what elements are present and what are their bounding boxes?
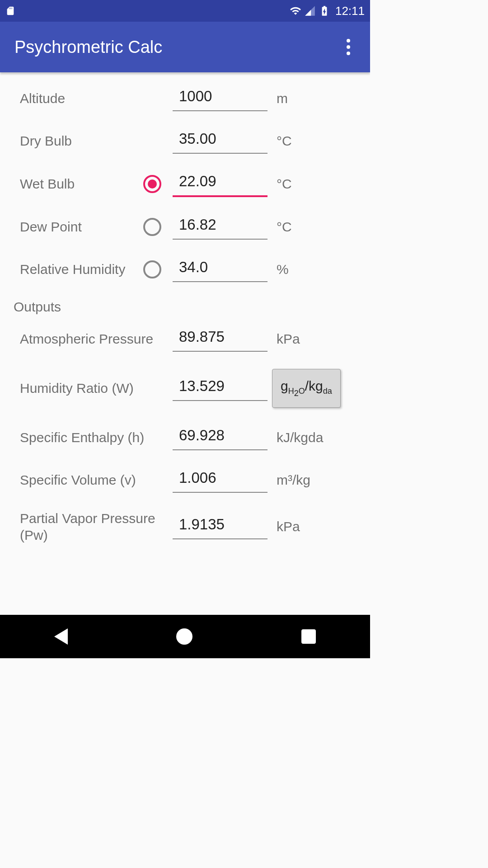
specvol-label: Specific Volume (v) xyxy=(14,472,173,488)
vappress-output: 1.9135 xyxy=(173,514,267,539)
humratio-row: Humidity Ratio (W) 13.529 gH2O/kgda xyxy=(14,369,357,408)
enthalpy-unit: kJ/kgda xyxy=(277,430,323,445)
dewpoint-label: Dew Point xyxy=(14,219,136,235)
drybulb-unit: °C xyxy=(277,133,292,149)
specvol-unit: m³/kg xyxy=(277,472,310,488)
nav-recent-button[interactable] xyxy=(301,629,316,644)
specvol-row: Specific Volume (v) 1.006 m³/kg xyxy=(14,467,357,493)
relhum-unit: % xyxy=(277,262,289,277)
atmpress-label: Atmospheric Pressure xyxy=(14,331,173,347)
status-bar: 12:11 xyxy=(0,0,370,22)
atmpress-output: 89.875 xyxy=(173,326,267,352)
signal-icon xyxy=(304,5,316,17)
wetbulb-row: Wet Bulb 22.09 °C xyxy=(14,171,357,197)
relhum-label: Relative Humidity xyxy=(14,262,136,277)
drybulb-input[interactable]: 35.00 xyxy=(173,128,267,154)
vappress-row: Partial Vapor Pressure (Pw) 1.9135 kPa xyxy=(14,510,357,544)
navigation-bar xyxy=(0,615,370,658)
vappress-label: Partial Vapor Pressure (Pw) xyxy=(14,510,173,544)
specvol-output: 1.006 xyxy=(173,467,267,493)
humratio-output: 13.529 xyxy=(173,376,267,401)
relhum-row: Relative Humidity 34.0 % xyxy=(14,257,357,282)
app-title: Psychrometric Calc xyxy=(14,38,162,57)
dewpoint-input[interactable]: 16.82 xyxy=(173,214,267,240)
altitude-row: Altitude 1000 m xyxy=(14,86,357,111)
humratio-label: Humidity Ratio (W) xyxy=(14,381,173,396)
status-time: 12:11 xyxy=(335,4,365,18)
altitude-unit: m xyxy=(277,91,288,106)
nav-back-button[interactable] xyxy=(54,628,68,645)
altitude-input[interactable]: 1000 xyxy=(173,86,267,111)
enthalpy-row: Specific Enthalpy (h) 69.928 kJ/kgda xyxy=(14,425,357,450)
wifi-icon xyxy=(289,5,302,17)
dewpoint-unit: °C xyxy=(277,219,292,235)
relhum-input[interactable]: 34.0 xyxy=(173,257,267,282)
vappress-unit: kPa xyxy=(277,519,300,534)
wetbulb-input[interactable]: 22.09 xyxy=(173,171,267,197)
drybulb-row: Dry Bulb 35.00 °C xyxy=(14,128,357,154)
more-options-button[interactable] xyxy=(341,33,356,61)
wetbulb-radio[interactable] xyxy=(143,175,161,193)
drybulb-label: Dry Bulb xyxy=(14,133,136,149)
sd-card-icon xyxy=(5,5,15,17)
app-bar: Psychrometric Calc xyxy=(0,22,370,72)
dewpoint-radio[interactable] xyxy=(143,218,161,236)
outputs-header: Outputs xyxy=(14,299,357,315)
wetbulb-label: Wet Bulb xyxy=(14,176,136,192)
enthalpy-output: 69.928 xyxy=(173,425,267,450)
altitude-label: Altitude xyxy=(14,91,136,106)
wetbulb-unit: °C xyxy=(277,176,292,192)
nav-home-button[interactable] xyxy=(176,628,192,645)
battery-charging-icon xyxy=(318,5,331,17)
relhum-radio[interactable] xyxy=(143,260,161,278)
atmpress-unit: kPa xyxy=(277,331,300,347)
humratio-unit-button[interactable]: gH2O/kgda xyxy=(272,369,341,408)
dewpoint-row: Dew Point 16.82 °C xyxy=(14,214,357,240)
atmpress-row: Atmospheric Pressure 89.875 kPa xyxy=(14,326,357,352)
main-content: Altitude 1000 m Dry Bulb 35.00 °C Wet Bu… xyxy=(0,72,370,615)
enthalpy-label: Specific Enthalpy (h) xyxy=(14,430,173,445)
